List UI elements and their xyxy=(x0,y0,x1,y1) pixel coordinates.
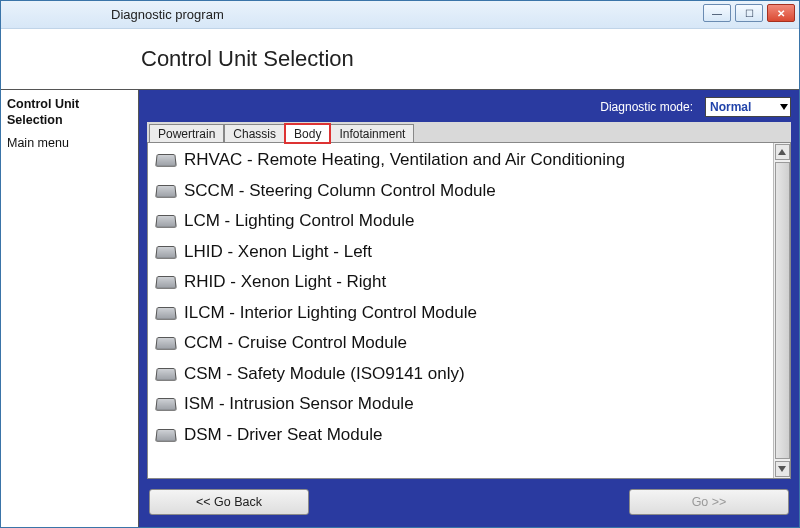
content: Control Unit Selection Main menu Diagnos… xyxy=(1,89,799,527)
page-title: Control Unit Selection xyxy=(141,46,354,72)
close-button[interactable]: ✕ xyxy=(767,4,795,22)
module-label: SCCM - Steering Column Control Module xyxy=(184,181,496,201)
go-button[interactable]: Go >> xyxy=(629,489,789,515)
ecu-icon xyxy=(154,427,176,443)
list-item[interactable]: CSM - Safety Module (ISO9141 only) xyxy=(148,359,773,390)
diagnostic-mode-select[interactable]: Normal xyxy=(705,97,791,117)
diagnostic-mode-label: Diagnostic mode: xyxy=(600,100,693,114)
ecu-icon xyxy=(154,305,176,321)
tab-chassis[interactable]: Chassis xyxy=(224,124,285,143)
maximize-button[interactable]: ☐ xyxy=(735,4,763,22)
diagnostic-mode-value: Normal xyxy=(710,100,751,114)
module-label: CCM - Cruise Control Module xyxy=(184,333,407,353)
ecu-icon xyxy=(154,213,176,229)
minimize-button[interactable]: — xyxy=(703,4,731,22)
module-label: LCM - Lighting Control Module xyxy=(184,211,415,231)
list-item[interactable]: SCCM - Steering Column Control Module xyxy=(148,176,773,207)
list-item[interactable]: RHVAC - Remote Heating, Ventilation and … xyxy=(148,145,773,176)
module-label: ILCM - Interior Lighting Control Module xyxy=(184,303,477,323)
module-list[interactable]: RHVAC - Remote Heating, Ventilation and … xyxy=(148,143,773,478)
chevron-down-icon xyxy=(778,466,786,472)
main-panel: Diagnostic mode: Normal Powertrain Chass… xyxy=(139,90,799,527)
module-label: CSM - Safety Module (ISO9141 only) xyxy=(184,364,465,384)
window-title: Diagnostic program xyxy=(1,7,224,22)
list-item[interactable]: DSM - Driver Seat Module xyxy=(148,420,773,451)
maximize-icon: ☐ xyxy=(745,8,754,19)
sidebar: Control Unit Selection Main menu xyxy=(1,90,139,527)
sidebar-item-main-menu[interactable]: Main menu xyxy=(7,135,132,151)
footer: << Go Back Go >> xyxy=(147,485,791,519)
window-controls: — ☐ ✕ xyxy=(703,4,795,22)
vertical-scrollbar[interactable] xyxy=(773,143,790,478)
app-window: Diagnostic program — ☐ ✕ Control Unit Se… xyxy=(0,0,800,528)
close-icon: ✕ xyxy=(777,8,785,19)
module-label: RHVAC - Remote Heating, Ventilation and … xyxy=(184,150,625,170)
list-item[interactable]: RHID - Xenon Light - Right xyxy=(148,267,773,298)
tab-powertrain[interactable]: Powertrain xyxy=(149,124,224,143)
tabbar: Powertrain Chassis Body Infotainment xyxy=(147,122,791,142)
list-item[interactable]: ILCM - Interior Lighting Control Module xyxy=(148,298,773,329)
chevron-down-icon xyxy=(780,104,788,110)
tab-infotainment[interactable]: Infotainment xyxy=(330,124,414,143)
ecu-icon xyxy=(154,274,176,290)
minimize-icon: — xyxy=(712,8,722,19)
list-item[interactable]: LHID - Xenon Light - Left xyxy=(148,237,773,268)
ecu-icon xyxy=(154,335,176,351)
scroll-up-button[interactable] xyxy=(775,144,790,160)
scroll-thumb[interactable] xyxy=(775,162,790,459)
module-label: DSM - Driver Seat Module xyxy=(184,425,382,445)
ecu-icon xyxy=(154,152,176,168)
chevron-up-icon xyxy=(778,149,786,155)
ecu-icon xyxy=(154,183,176,199)
titlebar[interactable]: Diagnostic program — ☐ ✕ xyxy=(1,1,799,29)
module-list-container: RHVAC - Remote Heating, Ventilation and … xyxy=(147,142,791,479)
scroll-down-button[interactable] xyxy=(775,461,790,477)
tab-body[interactable]: Body xyxy=(285,124,330,143)
module-label: RHID - Xenon Light - Right xyxy=(184,272,386,292)
header: Control Unit Selection xyxy=(1,29,799,89)
ecu-icon xyxy=(154,366,176,382)
list-item[interactable]: CCM - Cruise Control Module xyxy=(148,328,773,359)
module-label: ISM - Intrusion Sensor Module xyxy=(184,394,414,414)
diagnostic-mode-row: Diagnostic mode: Normal xyxy=(147,96,791,118)
ecu-icon xyxy=(154,244,176,260)
sidebar-item-control-unit-selection[interactable]: Control Unit Selection xyxy=(7,96,132,129)
module-label: LHID - Xenon Light - Left xyxy=(184,242,372,262)
ecu-icon xyxy=(154,396,176,412)
list-item[interactable]: LCM - Lighting Control Module xyxy=(148,206,773,237)
list-item[interactable]: ISM - Intrusion Sensor Module xyxy=(148,389,773,420)
go-back-button[interactable]: << Go Back xyxy=(149,489,309,515)
